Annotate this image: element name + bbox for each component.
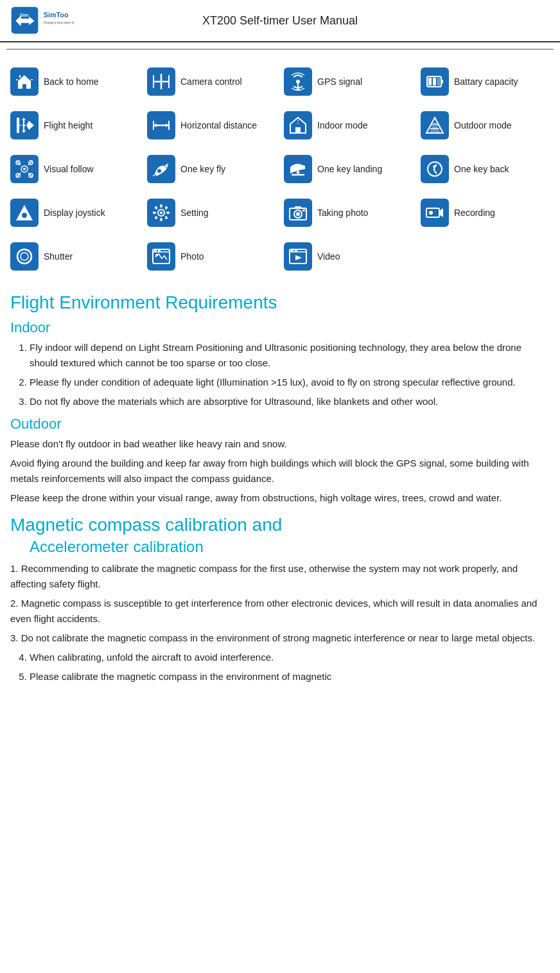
- svg-rect-16: [441, 80, 443, 84]
- icon-item-display-joystick: Display joystick: [6, 192, 143, 233]
- svg-text:Sim: Sim: [20, 12, 29, 18]
- svg-rect-87: [291, 250, 293, 252]
- outdoor-item-2: Avoid flying around the building and kee…: [10, 456, 550, 486]
- icon-grid: Back to home Camera control GPS: [0, 55, 560, 280]
- svg-point-66: [165, 217, 168, 219]
- horizontal-distance-icon: [147, 111, 175, 139]
- empty-cell: [417, 236, 554, 277]
- magnetic-item-4: When calibrating, unfold the aircraft to…: [30, 650, 550, 665]
- recording-icon: [421, 199, 449, 227]
- camera-control-icon: [147, 67, 175, 96]
- svg-point-76: [429, 211, 433, 215]
- battery-capacity-label: Battary capacity: [454, 76, 518, 87]
- one-key-back-icon: [421, 155, 449, 183]
- svg-marker-86: [295, 255, 302, 260]
- visual-follow-label: Visual follow: [44, 164, 94, 175]
- display-joystick-icon: [10, 199, 39, 227]
- icon-item-flight-height: Flight height: [6, 105, 143, 146]
- magnetic-item-3: 3. Do not calibrate the magnetic compass…: [10, 630, 550, 646]
- video-icon: [284, 242, 312, 271]
- taking-photo-label: Taking photo: [317, 208, 368, 219]
- icon-item-battery-capacity: Battary capacity: [417, 61, 554, 102]
- svg-rect-17: [428, 78, 432, 85]
- indoor-item-2: Please fly under condition of adequate l…: [30, 375, 550, 390]
- svg-point-58: [22, 213, 27, 218]
- svg-marker-25: [26, 121, 31, 130]
- svg-marker-28: [22, 130, 26, 133]
- svg-marker-27: [22, 118, 26, 120]
- logo-area: Sim SimToo Change a new vision of the wo…: [10, 5, 113, 36]
- flight-height-icon: [10, 111, 39, 139]
- icon-item-video: Video: [280, 236, 417, 277]
- icon-item-taking-photo: Taking photo: [280, 192, 417, 233]
- svg-point-71: [296, 212, 300, 216]
- icon-item-setting: Setting: [143, 192, 280, 233]
- setting-icon: [147, 199, 175, 227]
- svg-point-41: [23, 168, 26, 170]
- svg-point-64: [167, 211, 170, 214]
- one-key-landing-icon: [284, 155, 312, 183]
- gps-signal-icon: [284, 67, 312, 96]
- icon-item-gps-signal: GPS signal: [280, 61, 417, 102]
- magnetic-item-5: Please calibrate the magnetic compass in…: [30, 669, 550, 684]
- page-title: XT200 Self-timer User Manual: [113, 14, 447, 28]
- svg-rect-73: [302, 210, 305, 211]
- camera-control-label: Camera control: [180, 76, 242, 87]
- horizontal-distance-label: Horizontal distance: [180, 120, 257, 131]
- svg-point-60: [160, 211, 162, 214]
- indoor-subtitle: Indoor: [10, 319, 550, 336]
- icon-item-one-key-back: One key back: [417, 148, 554, 190]
- svg-rect-22: [17, 118, 19, 133]
- indoor-list: Fly indoor will depend on Light Stream P…: [10, 340, 550, 409]
- magnetic-numbered-list: When calibrating, unfold the aircraft to…: [10, 650, 550, 684]
- photo-mode-icon: [147, 242, 175, 271]
- shutter-icon: [10, 242, 39, 271]
- svg-point-63: [153, 211, 155, 214]
- recording-label: Recording: [454, 208, 495, 219]
- icon-item-outdoor-mode: Outdoor mode: [417, 105, 554, 146]
- svg-rect-72: [295, 206, 301, 209]
- one-key-back-label: One key back: [454, 164, 509, 175]
- svg-point-12: [296, 80, 300, 84]
- photo-mode-label: Photo: [180, 251, 204, 262]
- icon-item-camera-control: Camera control: [143, 61, 280, 102]
- magnetic-item-1: 1. Recommending to calibrate the magneti…: [10, 561, 550, 592]
- gps-signal-label: GPS signal: [317, 76, 362, 87]
- back-to-home-icon: [10, 67, 39, 96]
- flight-height-label: Flight height: [44, 120, 92, 131]
- display-joystick-label: Display joystick: [44, 208, 105, 219]
- one-key-landing-label: One key landing: [317, 164, 382, 175]
- svg-point-77: [17, 249, 31, 263]
- icon-item-recording: Recording: [417, 192, 554, 233]
- svg-text:SimToo: SimToo: [44, 11, 69, 19]
- icon-item-one-key-landing: One key landing: [280, 148, 417, 190]
- svg-point-67: [165, 206, 168, 209]
- icon-item-visual-follow: Visual follow: [6, 148, 143, 190]
- svg-point-61: [160, 204, 162, 207]
- setting-label: Setting: [180, 208, 209, 219]
- logo-icon: Sim SimToo Change a new vision of the wo…: [10, 5, 74, 36]
- svg-point-65: [155, 206, 157, 209]
- outdoor-subtitle: Outdoor: [10, 416, 550, 433]
- taking-photo-icon: [284, 199, 312, 227]
- svg-rect-83: [158, 250, 161, 252]
- icon-item-shutter: Shutter: [6, 236, 143, 277]
- svg-rect-88: [295, 250, 297, 252]
- svg-rect-18: [433, 78, 436, 85]
- indoor-mode-icon: [284, 111, 312, 139]
- page-header: Sim SimToo Change a new vision of the wo…: [0, 0, 560, 42]
- flight-requirements-section: Flight Environment Requirements Indoor F…: [0, 280, 560, 692]
- svg-rect-19: [437, 78, 440, 85]
- one-key-fly-label: One key fly: [180, 164, 225, 175]
- outdoor-item-1: Please don't fly outdoor in bad weather …: [10, 436, 550, 452]
- magnetic-subtitle: Accelerometer calibration: [30, 538, 550, 556]
- shutter-label: Shutter: [44, 251, 73, 262]
- back-to-home-label: Back to home: [44, 76, 99, 87]
- outdoor-mode-label: Outdoor mode: [454, 120, 512, 131]
- indoor-mode-label: Indoor mode: [317, 120, 368, 131]
- visual-follow-icon: [10, 155, 39, 183]
- icon-item-photo-mode: Photo: [143, 236, 280, 277]
- icon-item-one-key-fly: One key fly: [143, 148, 280, 190]
- magnetic-title: Magnetic compass calibration and: [10, 515, 550, 535]
- svg-point-78: [21, 253, 28, 260]
